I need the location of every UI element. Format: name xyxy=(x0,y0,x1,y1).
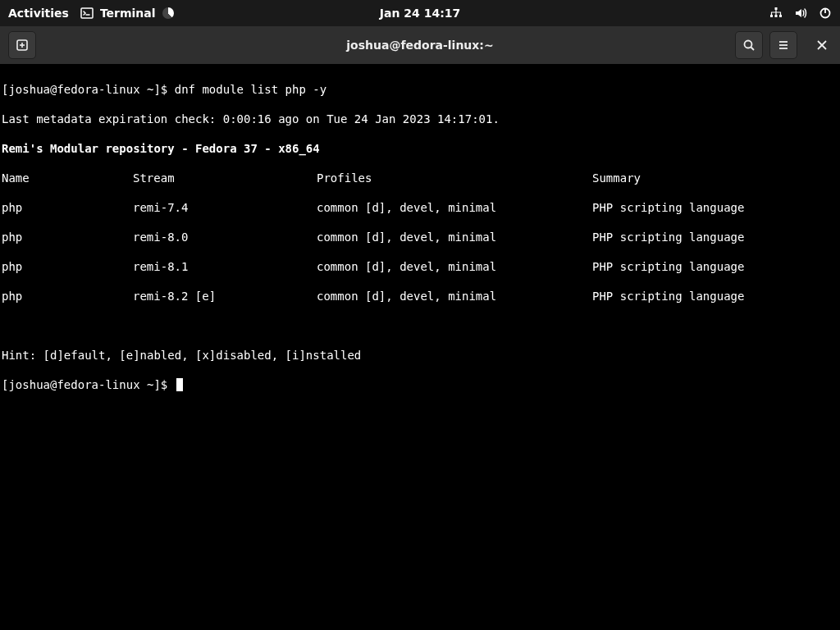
col-stream-header: Stream xyxy=(133,171,317,185)
col-profiles-header: Profiles xyxy=(317,171,592,185)
gnome-topbar: Activities Terminal Jan 24 14:17 xyxy=(0,0,840,26)
module-row: phpremi-8.1common [d], devel, minimalPHP… xyxy=(2,259,838,274)
module-row: phpremi-8.2 [e]common [d], devel, minima… xyxy=(2,289,838,304)
window-title: joshua@fedora-linux:~ xyxy=(346,39,493,52)
shell-prompt: [joshua@fedora-linux ~]$ xyxy=(2,83,167,96)
volume-icon[interactable] xyxy=(794,7,807,20)
svg-rect-3 xyxy=(775,15,778,17)
svg-rect-0 xyxy=(81,8,93,18)
module-row: phpremi-8.0common [d], devel, minimalPHP… xyxy=(2,230,838,244)
new-tab-button[interactable] xyxy=(8,31,36,59)
svg-rect-4 xyxy=(779,15,782,17)
network-icon[interactable] xyxy=(769,7,783,20)
command-text: dnf module list php -y xyxy=(167,83,326,96)
svg-rect-2 xyxy=(770,15,773,17)
cursor xyxy=(176,378,183,391)
window-titlebar: joshua@fedora-linux:~ xyxy=(0,26,840,64)
module-row: phpremi-7.4common [d], devel, minimalPHP… xyxy=(2,200,838,215)
col-summary-header: Summary xyxy=(592,171,838,185)
app-indicator[interactable]: Terminal xyxy=(80,7,174,20)
close-button[interactable] xyxy=(812,35,832,55)
search-button[interactable] xyxy=(735,31,763,59)
svg-point-10 xyxy=(745,41,752,48)
power-icon[interactable] xyxy=(819,7,832,20)
spinner-icon xyxy=(162,7,174,19)
blank-line xyxy=(2,318,838,333)
svg-line-11 xyxy=(751,48,755,51)
terminal-icon xyxy=(80,7,94,20)
app-name-label: Terminal xyxy=(100,7,156,20)
repo-header: Remi's Modular repository - Fedora 37 - … xyxy=(2,141,838,156)
metadata-line: Last metadata expiration check: 0:00:16 … xyxy=(2,112,838,126)
shell-prompt: [joshua@fedora-linux ~]$ xyxy=(2,378,167,391)
hamburger-menu-button[interactable] xyxy=(769,31,797,59)
hint-line: Hint: [d]efault, [e]nabled, [x]disabled,… xyxy=(2,348,838,363)
clock[interactable]: Jan 24 14:17 xyxy=(380,7,460,20)
svg-rect-1 xyxy=(775,7,778,10)
col-name-header: Name xyxy=(2,171,133,185)
column-header-row: NameStreamProfilesSummary xyxy=(2,171,838,185)
terminal-output[interactable]: [joshua@fedora-linux ~]$ dnf module list… xyxy=(0,64,840,410)
activities-button[interactable]: Activities xyxy=(8,7,69,20)
